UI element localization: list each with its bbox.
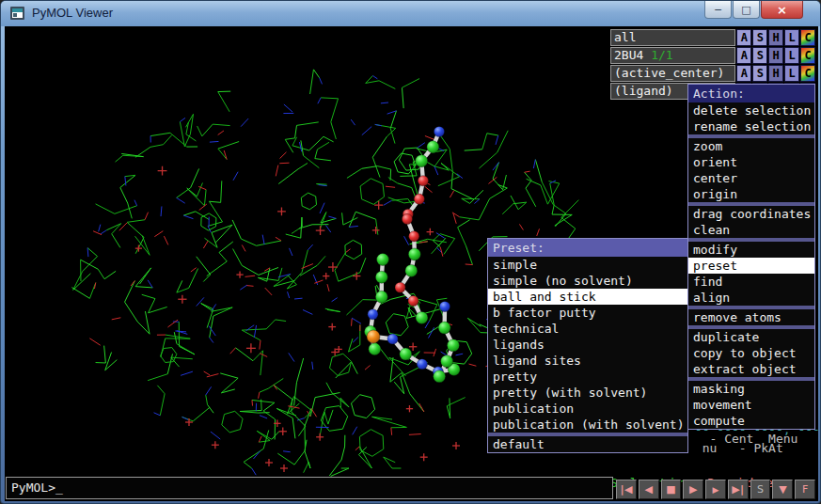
s-button-all[interactable]: S: [752, 29, 767, 46]
command-prompt: PyMOL>: [11, 480, 55, 495]
maximize-icon: □: [741, 4, 750, 16]
menu-item-b-factor-putty[interactable]: b factor putty: [488, 305, 687, 321]
menu-item-find[interactable]: find: [688, 274, 814, 290]
object-state: 1/1: [643, 48, 672, 62]
s-icon: S: [757, 483, 764, 496]
forward-to-end-button[interactable]: ▶|: [728, 480, 749, 499]
menu-item-orient[interactable]: orient: [688, 154, 814, 170]
a-button-active-center[interactable]: A: [736, 65, 751, 82]
s-button[interactable]: S: [750, 480, 771, 499]
s-button-active-center[interactable]: S: [752, 65, 767, 82]
rewind-to-start-button[interactable]: |◀: [616, 480, 637, 499]
menu-item-ligand-sites[interactable]: ligand sites: [488, 353, 687, 369]
action-menu: Action:delete selectionrename selectionz…: [687, 84, 815, 430]
a-button-2bu4[interactable]: A: [736, 47, 751, 64]
menu-item-preset[interactable]: preset: [688, 258, 814, 274]
c-button-all[interactable]: C: [800, 29, 815, 46]
menu-item-publication-with-solvent[interactable]: publication (with solvent): [488, 417, 687, 433]
h-button-all[interactable]: H: [768, 29, 783, 46]
close-icon: ×: [777, 3, 787, 17]
menu-item-movement[interactable]: movement: [688, 397, 814, 413]
play-button[interactable]: ▶: [683, 480, 703, 499]
minimize-button[interactable]: ─: [704, 1, 732, 19]
menu-item-delete-selection[interactable]: delete selection: [688, 102, 814, 118]
object-name-all[interactable]: all: [610, 29, 735, 46]
menu-item-publication[interactable]: publication: [488, 401, 687, 417]
viewport-3d[interactable]: allASHLC2BU4 1/1ASHLC(active_center)ASHL…: [5, 26, 818, 501]
menu-item-rename-selection[interactable]: rename selection: [688, 118, 814, 134]
pymol-app-icon: [10, 7, 24, 20]
c-button-active-center[interactable]: C: [800, 65, 815, 82]
preset-menu-title: Preset:: [488, 239, 687, 257]
down-icon: ▼: [779, 483, 786, 496]
menu-item-align[interactable]: align: [688, 290, 814, 306]
menu-item-pretty[interactable]: pretty: [488, 369, 687, 385]
menu-item-compute[interactable]: compute: [688, 413, 814, 429]
l-button-all[interactable]: L: [784, 29, 799, 46]
step-forward-button[interactable]: ▶: [705, 480, 726, 499]
object-row-active-center: (active_center)ASHLC: [610, 65, 815, 82]
menu-item-clean[interactable]: clean: [688, 222, 814, 238]
menu-item-default[interactable]: default: [488, 436, 687, 452]
menu-item-duplicate[interactable]: duplicate: [688, 329, 814, 345]
a-button-all[interactable]: A: [736, 29, 751, 46]
menu-item-origin[interactable]: origin: [688, 186, 814, 202]
rewind-to-start-icon: ◀: [624, 483, 632, 496]
menu-item-pretty-with-solvent[interactable]: pretty (with solvent): [488, 385, 687, 401]
menu-item-drag-coordinates[interactable]: drag coordinates: [688, 206, 814, 222]
play-icon: ▶: [689, 483, 697, 496]
object-row-2bu4: 2BU4 1/1ASHLC: [610, 47, 815, 64]
bar-icon: |: [739, 483, 746, 496]
menu-item-masking[interactable]: masking: [688, 381, 814, 397]
maximize-button[interactable]: □: [733, 1, 760, 19]
f-icon: F: [802, 483, 808, 496]
menu-item-copy-to-object[interactable]: copy to object: [688, 345, 814, 361]
s-button-2bu4[interactable]: S: [752, 47, 767, 64]
l-button-2bu4[interactable]: L: [784, 47, 799, 64]
menu-item-zoom[interactable]: zoom: [688, 138, 814, 154]
command-cursor: _: [55, 480, 63, 495]
object-row-all: allASHLC: [610, 29, 815, 46]
l-button-active-center[interactable]: L: [784, 65, 799, 82]
step-back-button[interactable]: ◀: [639, 480, 659, 499]
object-name-active-center[interactable]: (active_center): [610, 65, 735, 82]
preset-menu: Preset:simplesimple (no solvent)ball and…: [487, 238, 688, 453]
step-forward-icon: ▶: [713, 485, 719, 495]
h-button-2bu4[interactable]: H: [768, 47, 783, 64]
playback-bar: |◀◀■▶▶▶|S▼F: [616, 480, 815, 499]
c-button-2bu4[interactable]: C: [800, 47, 815, 64]
titlebar[interactable]: PyMOL Viewer ─ □ ×: [1, 1, 820, 26]
menu-item-remove-atoms[interactable]: remove atoms: [688, 309, 814, 325]
h-button-active-center[interactable]: H: [768, 65, 783, 82]
pymol-viewer-window: PyMOL Viewer ─ □ ×: [0, 0, 821, 504]
window-title: PyMOL Viewer: [32, 6, 113, 20]
menu-item-simple[interactable]: simple: [488, 257, 687, 273]
stop-icon: ■: [666, 483, 675, 496]
menu-item-modify[interactable]: modify: [688, 242, 814, 258]
object-name-2bu4[interactable]: 2BU4 1/1: [610, 47, 735, 64]
close-button[interactable]: ×: [761, 1, 803, 19]
window-controls: ─ □ ×: [704, 1, 803, 19]
f-button[interactable]: F: [795, 480, 815, 499]
action-menu-title: Action:: [688, 85, 814, 102]
menu-item-ligands[interactable]: ligands: [488, 337, 687, 353]
menu-item-technical[interactable]: technical: [488, 321, 687, 337]
menu-item-extract-object[interactable]: extract object: [688, 361, 814, 377]
down-button[interactable]: ▼: [772, 480, 793, 499]
menu-item-ball-and-stick[interactable]: ball and stick: [488, 289, 687, 305]
step-back-icon: ◀: [644, 483, 652, 496]
minimize-icon: ─: [715, 4, 721, 16]
menu-item-center[interactable]: center: [688, 170, 814, 186]
stop-button[interactable]: ■: [661, 480, 682, 499]
menu-item-simple-no-solvent[interactable]: simple (no solvent): [488, 273, 687, 289]
command-line[interactable]: PyMOL>_: [6, 477, 613, 499]
